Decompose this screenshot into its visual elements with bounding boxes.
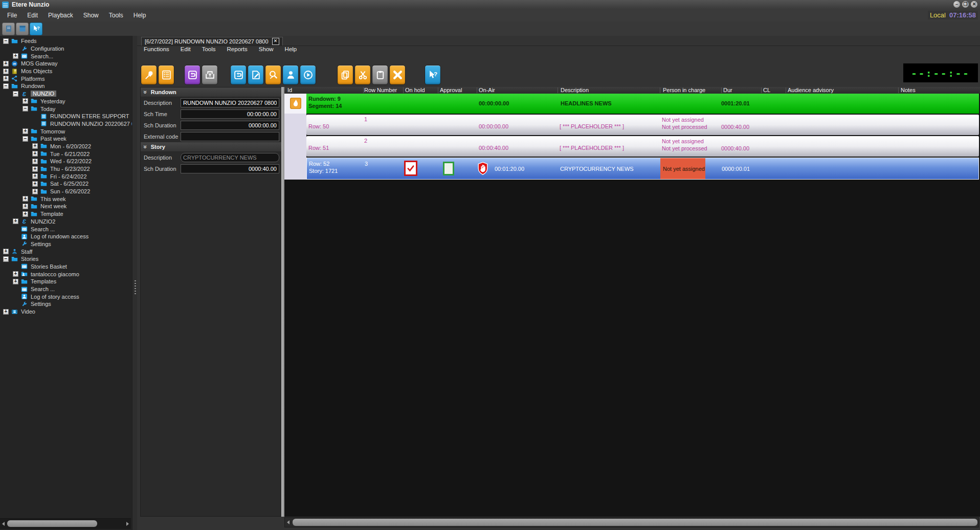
- approval-checkbox[interactable]: [443, 162, 454, 175]
- menu-show[interactable]: Show: [78, 12, 104, 19]
- column-separator[interactable]: [363, 87, 364, 93]
- doc-menu-tools[interactable]: Tools: [196, 46, 221, 54]
- tree-item-tomorrow[interactable]: +Tomorrow: [0, 127, 132, 135]
- person-in-charge-button[interactable]: [282, 65, 299, 85]
- plus-expander-icon[interactable]: +: [3, 69, 9, 74]
- plus-expander-icon[interactable]: +: [32, 173, 38, 179]
- column-header-audience-advisory[interactable]: Audience advisory: [788, 87, 834, 94]
- tree-item-configuration[interactable]: Configuration: [0, 45, 132, 53]
- column-header-on-hold[interactable]: On hold: [405, 87, 425, 94]
- tab-close-icon[interactable]: ✕: [272, 38, 279, 45]
- story-row-selected[interactable]: Row: 52Story: 1721300:01:20.00CRYPTOCURR…: [306, 158, 979, 180]
- plus-expander-icon[interactable]: +: [23, 196, 28, 202]
- doc-menu-help[interactable]: Help: [279, 46, 303, 54]
- rundown-tab[interactable]: [6/27/2022] RUNDOWN NUNZIO 20220627 0800…: [141, 37, 283, 46]
- tree-item-search[interactable]: Search ...: [0, 225, 132, 233]
- menu-help[interactable]: Help: [128, 12, 151, 19]
- delete-button[interactable]: [389, 65, 406, 85]
- column-separator[interactable]: [438, 87, 438, 93]
- doc-menu-functions[interactable]: Functions: [138, 46, 175, 54]
- tree-item-sat-6-25-2022[interactable]: +Sat - 6/25/2022: [0, 180, 132, 188]
- minus-expander-icon[interactable]: −: [3, 256, 9, 262]
- restore-button[interactable]: ❐: [962, 1, 969, 8]
- tree-item-staff[interactable]: +Staff: [0, 248, 132, 255]
- rundown-list-button[interactable]: [158, 65, 174, 85]
- tree-item-mos-gateway[interactable]: +mMOS Gateway: [0, 60, 132, 68]
- minimize-button[interactable]: –: [953, 1, 960, 8]
- context-help-button[interactable]: ?: [425, 65, 441, 85]
- column-header-row-number[interactable]: Row Number: [364, 87, 397, 94]
- minus-expander-icon[interactable]: −: [23, 136, 28, 142]
- scroll-left-arrow-icon[interactable]: [287, 520, 289, 524]
- doc-menu-edit[interactable]: Edit: [175, 46, 196, 54]
- tree-item-settings[interactable]: Settings: [0, 240, 132, 248]
- tree-item-feeds[interactable]: −Feeds: [0, 37, 132, 45]
- sch-duration-input[interactable]: [181, 121, 279, 130]
- cut-button[interactable]: [354, 65, 371, 85]
- tree-item-video[interactable]: +Video: [0, 308, 132, 316]
- plus-expander-icon[interactable]: +: [3, 61, 9, 67]
- tree-item-thu-6-23-2022[interactable]: +Thu - 6/23/2022: [0, 165, 132, 173]
- tree-item-mos-objects[interactable]: +Mos Objects: [0, 68, 132, 75]
- tree-item-nunzio[interactable]: −ƐNUNZIO: [0, 90, 132, 98]
- tree-item-rundown[interactable]: −Rundown: [0, 82, 132, 90]
- tree-item-templates[interactable]: +Templates: [0, 278, 132, 285]
- plus-expander-icon[interactable]: +: [13, 279, 18, 284]
- story-description-input[interactable]: [181, 153, 279, 162]
- plus-expander-icon[interactable]: +: [32, 159, 38, 164]
- tree-item-rundown-etere-support[interactable]: RUNDOWN ETERE SUPPORT: [0, 113, 132, 120]
- copy-button[interactable]: [337, 65, 353, 85]
- sch-time-input[interactable]: [181, 109, 279, 119]
- story-row-row-51[interactable]: 2Row: 5100:00:40.00[ *** PLACEHOLDER ***…: [306, 136, 979, 157]
- plus-expander-icon[interactable]: +: [3, 76, 9, 81]
- story-row-row-50[interactable]: 1Row: 5000:00:00.00[ *** PLACEHOLDER ***…: [306, 115, 979, 135]
- segment-row[interactable]: Rundown: 9Segment: 1400:00:00.00HEADLINE…: [306, 94, 979, 114]
- external-code-input[interactable]: [181, 132, 279, 141]
- tree-item-search[interactable]: +Search...: [0, 52, 132, 60]
- move-story-button[interactable]: [184, 65, 201, 85]
- plus-expander-icon[interactable]: +: [23, 211, 28, 217]
- tree-item-next-week[interactable]: +Next week: [0, 203, 132, 210]
- plus-expander-icon[interactable]: +: [13, 218, 18, 224]
- tree-item-this-week[interactable]: +This week: [0, 195, 132, 203]
- plus-expander-icon[interactable]: +: [32, 151, 38, 157]
- plus-expander-icon[interactable]: +: [23, 98, 28, 104]
- tree-item-log-of-story-access[interactable]: Log of story access: [0, 293, 132, 300]
- story-section-header[interactable]: » Story: [141, 142, 284, 152]
- column-header-notes[interactable]: Notes: [901, 87, 916, 94]
- column-separator[interactable]: [660, 87, 660, 93]
- context-help-button[interactable]: ?: [30, 23, 42, 35]
- plus-expander-icon[interactable]: +: [32, 143, 38, 149]
- plus-expander-icon[interactable]: +: [32, 189, 38, 194]
- minus-expander-icon[interactable]: −: [13, 91, 18, 97]
- tree-item-settings[interactable]: Settings: [0, 300, 132, 308]
- tree-item-log-of-rundown-access[interactable]: Log of rundown access: [0, 233, 132, 240]
- doc-menu-show[interactable]: Show: [253, 46, 279, 54]
- column-separator[interactable]: [898, 87, 899, 93]
- tree-item-mon-6-20-2022[interactable]: +Mon - 6/20/2022: [0, 143, 132, 150]
- tree-item-tantalocco-giacomo[interactable]: +tantalocco giacomo: [0, 270, 132, 278]
- menu-file[interactable]: File: [2, 12, 22, 19]
- story-sch-duration-input[interactable]: [181, 164, 279, 173]
- tree-item-past-week[interactable]: −Past week: [0, 135, 132, 143]
- minus-expander-icon[interactable]: −: [23, 106, 28, 112]
- playout-button[interactable]: [300, 65, 316, 85]
- grid-scroll-thumb[interactable]: [293, 519, 977, 526]
- column-separator[interactable]: [477, 87, 477, 93]
- column-header-cl[interactable]: CL: [763, 87, 770, 94]
- rundown-section-header[interactable]: » Rundown: [141, 87, 284, 97]
- plus-expander-icon[interactable]: +: [23, 204, 28, 209]
- tree-scroll-thumb[interactable]: [7, 520, 97, 527]
- edit-story-button[interactable]: [248, 65, 264, 85]
- search-button[interactable]: [265, 65, 281, 85]
- column-header-on-air[interactable]: On-Air: [479, 87, 495, 94]
- tree-item-sun-6-26-2022[interactable]: +Sun - 6/26/2022: [0, 188, 132, 195]
- tree-item-platforms[interactable]: +Platforms: [0, 75, 132, 82]
- tree-item-today[interactable]: −Today: [0, 105, 132, 113]
- scroll-right-arrow-icon[interactable]: [126, 522, 129, 526]
- column-separator[interactable]: [721, 87, 722, 93]
- minus-expander-icon[interactable]: −: [3, 38, 9, 44]
- column-separator[interactable]: [786, 87, 786, 93]
- plus-expander-icon[interactable]: +: [3, 249, 9, 254]
- tree-item-rundown-nunzio-20220627-08[interactable]: RUNDOWN NUNZIO 20220627 08: [0, 120, 132, 128]
